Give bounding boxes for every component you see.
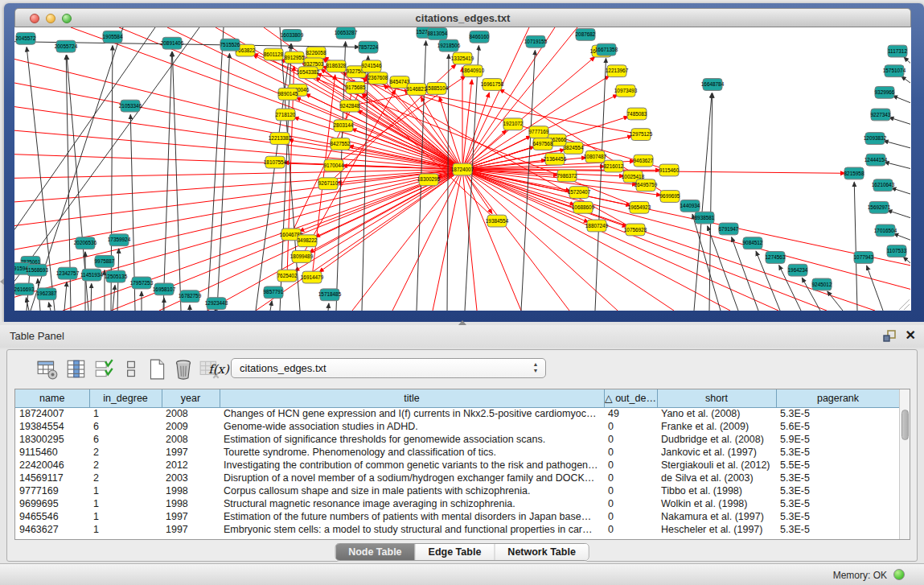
graph-node[interactable]: 15720407 bbox=[568, 187, 591, 199]
graph-node[interactable]: 12342757 bbox=[56, 267, 80, 279]
table-cell[interactable]: de Silva et al. (2003) bbox=[657, 472, 776, 484]
select-all-icon[interactable] bbox=[93, 358, 116, 381]
graph-node[interactable]: 9175685 bbox=[346, 82, 366, 94]
memory-ok-indicator[interactable] bbox=[893, 569, 905, 580]
table-cell[interactable]: 0 bbox=[604, 433, 657, 446]
tab-network-table[interactable]: Network Table bbox=[495, 544, 589, 560]
graph-node[interactable]: 16961758 bbox=[481, 79, 504, 91]
table-cell[interactable]: 1997 bbox=[162, 446, 220, 459]
table-cell[interactable]: 2009 bbox=[162, 420, 220, 433]
table-panel-header[interactable]: Table Panel ✕ bbox=[0, 325, 924, 348]
graph-node[interactable]: 16543382 bbox=[297, 67, 320, 79]
graph-node[interactable]: 16914479 bbox=[301, 271, 324, 283]
table-cell[interactable]: 0 bbox=[604, 510, 657, 523]
scrollbar-thumb[interactable] bbox=[901, 410, 909, 440]
graph-node[interactable]: 9890145 bbox=[278, 88, 298, 100]
table-cell[interactable]: 5.9E-5 bbox=[776, 433, 900, 446]
table-cell[interactable]: Franke et al. (2009) bbox=[657, 420, 776, 433]
table-scrollbar[interactable] bbox=[899, 389, 910, 539]
table-cell[interactable]: Tourette syndrome. Phenomenology and cla… bbox=[220, 446, 604, 459]
table-cell[interactable]: Estimation of significance thresholds fo… bbox=[220, 433, 604, 446]
graph-node[interactable]: 19218506 bbox=[437, 39, 461, 51]
table-row[interactable]: 1938455462009Genome-wide association stu… bbox=[15, 420, 900, 433]
table-cell[interactable]: 0 bbox=[604, 523, 657, 536]
graph-node[interactable]: 10719155 bbox=[524, 35, 548, 47]
graph-node[interactable]: 15718485 bbox=[318, 289, 342, 301]
table-cell[interactable]: 1997 bbox=[162, 523, 220, 536]
table-cell[interactable]: 22420046 bbox=[15, 459, 89, 472]
table-cell[interactable]: Nakamura et al. (1997) bbox=[657, 510, 776, 523]
column-header-pagerank[interactable]: pagerank bbox=[776, 389, 900, 407]
table-cell[interactable]: 9699695 bbox=[15, 497, 89, 510]
graph-node[interactable]: 12213967 bbox=[606, 65, 629, 77]
graph-node[interactable]: 20891406 bbox=[161, 37, 184, 49]
graph-node[interactable]: 9857791 bbox=[264, 286, 284, 299]
table-cell[interactable]: 1997 bbox=[162, 510, 220, 523]
network-view-window[interactable]: citations_edges.txt 18724007766382286011… bbox=[4, 3, 924, 322]
graph-node[interactable]: 11568693 bbox=[26, 264, 48, 276]
table-row[interactable]: 946554611997Estimation of the future num… bbox=[15, 510, 900, 523]
graph-node[interactable]: 2367608 bbox=[368, 72, 388, 84]
table-cell[interactable]: 5.3E-5 bbox=[776, 407, 900, 420]
graph-node[interactable]: 2045572 bbox=[16, 32, 36, 44]
graph-node[interactable]: 9777169 bbox=[529, 126, 549, 138]
graph-node[interactable]: 13325419 bbox=[451, 52, 474, 64]
graph-node[interactable]: 9267110 bbox=[318, 178, 339, 190]
graph-node[interactable]: 1107533 bbox=[887, 245, 907, 257]
table-cell[interactable]: Wolkin et al. (1998) bbox=[657, 497, 776, 510]
table-cell[interactable]: 0 bbox=[604, 497, 657, 510]
graph-node[interactable]: 8466160 bbox=[470, 31, 490, 43]
graph-node[interactable]: 1964234 bbox=[788, 264, 808, 276]
graph-node[interactable]: 3498222 bbox=[298, 235, 318, 247]
network-window-titlebar[interactable]: citations_edges.txt bbox=[14, 8, 911, 27]
graph-node[interactable]: 10973493 bbox=[614, 84, 638, 97]
table-cell[interactable]: Dudbridge et al. (2008) bbox=[657, 433, 776, 446]
table-cell[interactable]: 1 bbox=[89, 523, 162, 536]
graph-node[interactable]: 16648784 bbox=[701, 79, 725, 91]
graph-node[interactable]: 19384554 bbox=[486, 215, 509, 227]
table-cell[interactable]: Tibbo et al. (1998) bbox=[657, 484, 776, 497]
table-cell[interactable]: Structural magnetic resonance image aver… bbox=[220, 497, 604, 510]
panel-collapse-arrow[interactable] bbox=[0, 278, 4, 285]
graph-node[interactable]: 12975125 bbox=[630, 129, 653, 141]
graph-node[interactable]: 1077943 bbox=[854, 252, 874, 264]
table-cell[interactable]: 0 bbox=[604, 446, 657, 459]
graph-node[interactable]: 9115460 bbox=[659, 164, 680, 176]
graph-node[interactable]: 17957253 bbox=[130, 277, 154, 289]
graph-node[interactable]: 1440934 bbox=[680, 200, 700, 212]
graph-node[interactable]: 1274563 bbox=[766, 252, 786, 264]
table-cell[interactable]: 5.3E-5 bbox=[776, 510, 900, 523]
graph-node[interactable]: 16210643 bbox=[872, 179, 895, 192]
graph-node[interactable]: 17016504 bbox=[874, 225, 897, 237]
graph-node[interactable]: 16033809 bbox=[281, 29, 304, 41]
table-cell[interactable]: 0 bbox=[604, 472, 657, 484]
table-cell[interactable]: Disruption of a novel member of a sodium… bbox=[220, 472, 604, 484]
table-cell[interactable]: 1998 bbox=[162, 484, 220, 497]
table-cell[interactable]: 1998 bbox=[162, 497, 220, 510]
table-cell[interactable]: 9463627 bbox=[15, 523, 89, 536]
table-cell[interactable]: 0 bbox=[604, 484, 657, 497]
graph-node[interactable]: 9242848 bbox=[340, 100, 360, 112]
graph-node[interactable]: 6791947 bbox=[719, 223, 739, 235]
table-cell[interactable]: 9777169 bbox=[15, 484, 89, 497]
graph-node[interactable]: 9329966 bbox=[875, 86, 895, 98]
graph-node[interactable]: 8912955 bbox=[285, 51, 305, 64]
graph-node[interactable]: 10653287 bbox=[335, 27, 358, 39]
table-cell[interactable]: 1 bbox=[89, 484, 162, 497]
graph-node[interactable]: 1905584 bbox=[103, 31, 123, 43]
table-row[interactable]: 911546021997Tourette syndrome. Phenomeno… bbox=[15, 446, 900, 459]
graph-node[interactable]: 8813054 bbox=[428, 27, 448, 39]
float-panel-icon[interactable] bbox=[882, 329, 897, 344]
table-row[interactable]: 977716911998Corpus callosum shape and si… bbox=[15, 484, 900, 497]
graph-node[interactable]: 15751074 bbox=[883, 65, 906, 77]
table-row[interactable]: 1456911722003Disruption of a novel membe… bbox=[15, 472, 900, 484]
table-row[interactable]: 946362711997Embryonic stem cells: a mode… bbox=[15, 523, 900, 536]
table-row[interactable]: 2242004622012Investigating the contribut… bbox=[15, 459, 900, 472]
graph-node[interactable]: 2718120 bbox=[276, 109, 296, 121]
graph-node[interactable]: 21053346 bbox=[119, 100, 142, 112]
graph-node[interactable]: 9463627 bbox=[634, 154, 654, 167]
graph-node[interactable]: 1117312 bbox=[888, 45, 907, 57]
graph-node[interactable]: 9699695 bbox=[660, 191, 680, 203]
table-cell[interactable]: 2003 bbox=[162, 472, 220, 484]
graph-node[interactable]: 21364456 bbox=[544, 153, 567, 165]
